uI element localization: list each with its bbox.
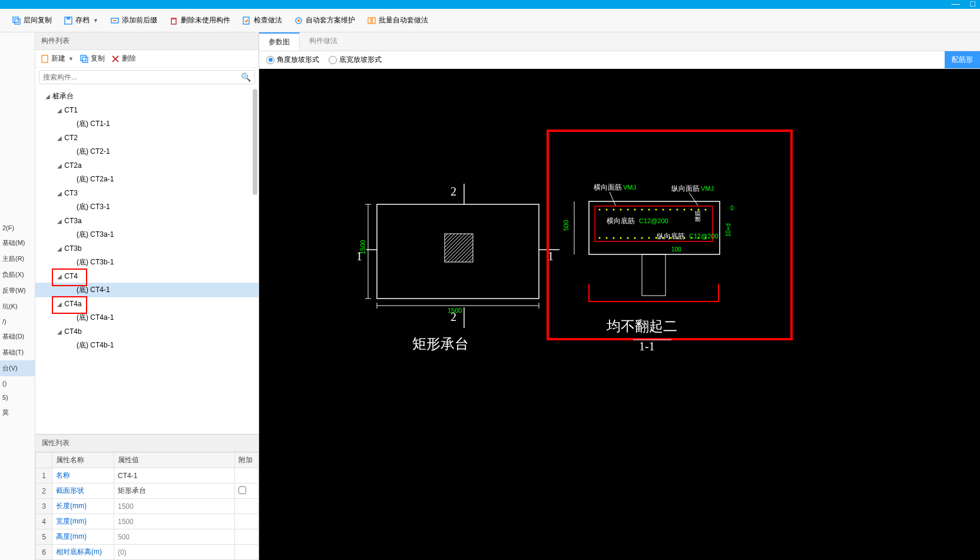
prop-value[interactable]: (0) <box>114 545 235 560</box>
radio-angle-slope[interactable]: 角度放坡形式 <box>266 55 319 65</box>
svg-point-53 <box>684 209 686 211</box>
search-icon[interactable]: 🔍 <box>241 72 251 82</box>
sidebar-item-active[interactable]: 台(V) <box>0 360 35 376</box>
prop-extra[interactable] <box>235 514 259 529</box>
tag-icon <box>110 16 120 25</box>
sidebar-item[interactable]: 基础(D) <box>0 329 35 344</box>
tree-item[interactable]: ◢ CT2 <box>35 131 259 144</box>
svg-point-60 <box>620 237 622 239</box>
toolbar-archive[interactable]: 存档 ▼ <box>59 13 103 28</box>
toolbar-auto-scheme[interactable]: 自动套方案维护 <box>289 13 360 28</box>
tree-item[interactable]: (底) CT3-1 <box>35 200 259 214</box>
svg-text:矩形承台: 矩形承台 <box>412 336 469 352</box>
property-row[interactable]: 1 名称 CT4-1 <box>36 468 259 483</box>
sidebar-item[interactable]: () <box>0 376 35 390</box>
prop-value[interactable]: 500 <box>114 529 235 545</box>
batch-icon <box>367 16 376 25</box>
tab-component-method[interactable]: 构件做法 <box>300 32 347 51</box>
svg-point-47 <box>641 209 643 211</box>
tree-item[interactable]: (底) CT4-1 <box>35 283 259 297</box>
tree-item[interactable]: (底) CT4b-1 <box>35 338 259 353</box>
save-icon <box>64 16 73 25</box>
radio-bottom-slope[interactable]: 底宽放坡形式 <box>329 55 382 65</box>
prop-extra[interactable] <box>235 483 259 499</box>
prop-value[interactable]: 1500 <box>114 499 235 514</box>
sidebar-item[interactable]: 基础(T) <box>0 344 35 360</box>
prop-extra[interactable] <box>235 499 259 514</box>
toolbar-add-prefix[interactable]: 添加前后缀 <box>105 13 162 28</box>
delete-button[interactable]: 删除 <box>111 54 136 64</box>
tree-item[interactable]: (底) CT2a-1 <box>35 172 259 187</box>
svg-rect-8 <box>243 17 249 24</box>
svg-point-45 <box>627 209 629 211</box>
sidebar-item[interactable]: 5) <box>0 390 35 405</box>
svg-rect-11 <box>368 18 371 24</box>
sidebar-item[interactable]: 莫 <box>0 405 35 420</box>
tree-item[interactable]: ◢ CT1 <box>35 104 259 117</box>
diagram-canvas[interactable]: 2 2 1 1 1500 1500 矩形承台 <box>259 69 980 560</box>
search-input[interactable] <box>43 73 241 81</box>
maximize-button[interactable]: □ <box>971 0 975 8</box>
property-row[interactable]: 6 相对底标高(m) (0) <box>36 545 259 560</box>
scrollbar[interactable] <box>253 89 257 195</box>
search-box[interactable]: 🔍 <box>39 70 255 84</box>
sidebar-item[interactable]: 基础(M) <box>0 235 35 251</box>
toolbar-check[interactable]: 检查做法 <box>237 13 287 28</box>
property-row[interactable]: 4 宽度(mm) 1500 <box>36 514 259 529</box>
prop-value[interactable]: CT4-1 <box>114 468 235 483</box>
property-row[interactable]: 3 长度(mm) 1500 <box>36 499 259 514</box>
svg-rect-6 <box>171 19 176 24</box>
tab-param-diagram[interactable]: 参数图 <box>259 32 300 51</box>
svg-line-78 <box>689 193 698 206</box>
property-header: 属性列表 <box>35 435 259 452</box>
prop-name: 截面形状 <box>52 483 114 499</box>
prop-extra[interactable] <box>235 529 259 545</box>
toolbar-delete-unused[interactable]: 删除未使用构件 <box>164 13 235 28</box>
prop-value[interactable]: 1500 <box>114 514 235 529</box>
prop-name: 长度(mm) <box>52 499 114 514</box>
svg-text:500: 500 <box>562 220 570 231</box>
prop-value[interactable]: 矩形承台 <box>114 483 235 499</box>
prop-extra[interactable] <box>235 468 259 483</box>
sidebar-item[interactable]: /) <box>0 314 35 329</box>
minimize-button[interactable]: — <box>952 0 960 8</box>
tree-item[interactable]: ◢ CT3b <box>35 242 259 255</box>
tree-item[interactable]: ◢ CT4a <box>35 297 259 310</box>
toolbar-batch-auto[interactable]: 批量自动套做法 <box>362 13 433 28</box>
sidebar-item[interactable]: 坑(K) <box>0 299 35 314</box>
tree-item[interactable]: (底) CT2-1 <box>35 144 259 159</box>
toolbar-layer-copy[interactable]: 层间复制 <box>7 13 57 28</box>
prop-extra[interactable] <box>235 545 259 560</box>
tree-item[interactable]: ◢ CT2a <box>35 159 259 172</box>
svg-rect-39 <box>589 201 720 254</box>
sidebar-item[interactable]: 反带(W) <box>0 283 35 299</box>
new-button[interactable]: 新建 ▼ <box>40 54 74 64</box>
property-row[interactable]: 2 截面形状 矩形承台 <box>36 483 259 499</box>
sidebar-item[interactable]: 负筋(X) <box>0 267 35 283</box>
svg-point-58 <box>606 237 608 239</box>
property-row[interactable]: 5 高度(mm) 500 <box>36 529 259 545</box>
sidebar-item[interactable]: 主筋(R) <box>0 251 35 267</box>
tree-item[interactable]: (底) CT3a-1 <box>35 227 259 242</box>
copy-button[interactable]: 复制 <box>80 54 105 64</box>
radio-dot-on <box>266 56 274 64</box>
component-tree[interactable]: ◢ 桩承台◢ CT1(底) CT1-1◢ CT2(底) CT2-1◢ CT2a(… <box>35 87 259 434</box>
sidebar-item[interactable]: 2(F) <box>0 221 35 235</box>
tree-item[interactable]: (底) CT4a-1 <box>35 310 259 325</box>
tree-item[interactable]: (底) CT3b-1 <box>35 255 259 270</box>
checkbox[interactable] <box>239 486 246 494</box>
category-sidebar: 2(F) 基础(M) 主筋(R) 负筋(X) 反带(W) 坑(K) /) 基础(… <box>0 32 35 560</box>
svg-point-42 <box>606 209 608 211</box>
new-icon <box>40 54 49 64</box>
svg-point-51 <box>670 209 671 211</box>
svg-rect-3 <box>67 17 70 19</box>
tree-item[interactable]: ◢ 桩承台 <box>35 89 259 104</box>
tree-item[interactable]: (底) CT1-1 <box>35 117 259 131</box>
tree-item[interactable]: ◢ CT3 <box>35 187 259 200</box>
svg-point-52 <box>677 209 678 211</box>
tree-item[interactable]: ◢ CT3a <box>35 214 259 227</box>
rebar-shape-button[interactable]: 配筋形 <box>945 51 980 68</box>
property-table: 属性名称 属性值 附加 1 名称 CT4-1 2 截面形状 矩形承台 3 长度(… <box>35 452 259 560</box>
tree-item[interactable]: ◢ CT4b <box>35 325 259 338</box>
tree-item[interactable]: ◢ CT4 <box>35 270 259 283</box>
